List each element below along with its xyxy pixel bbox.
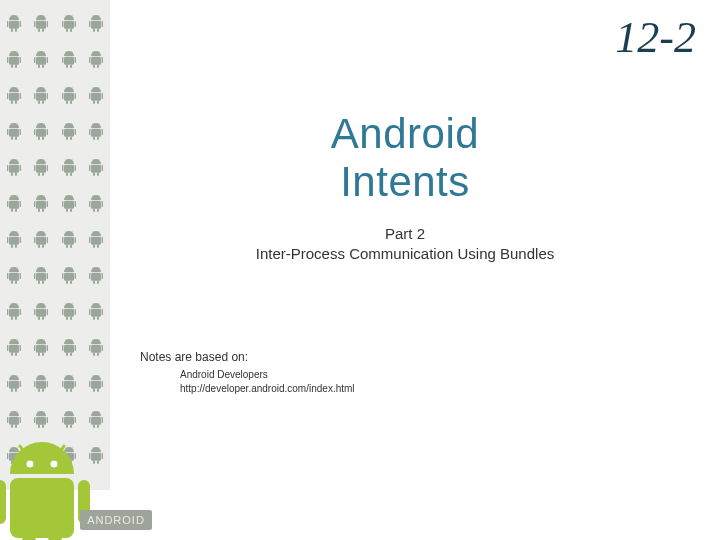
svg-rect-61 <box>11 100 13 104</box>
svg-rect-24 <box>89 21 90 27</box>
pattern-droid-icon <box>55 186 83 222</box>
svg-rect-242 <box>74 309 75 315</box>
svg-rect-233 <box>36 309 46 317</box>
svg-rect-108 <box>89 129 90 135</box>
pattern-droid-icon <box>55 402 83 438</box>
svg-rect-45 <box>62 57 63 63</box>
pattern-droid-icon <box>83 222 111 258</box>
pattern-droid-icon <box>55 222 83 258</box>
svg-rect-88 <box>19 129 20 135</box>
svg-rect-311 <box>7 417 8 423</box>
pattern-droid-icon <box>55 294 83 330</box>
pattern-droid-icon <box>55 42 83 78</box>
slide-subtitle: Part 2 Inter‑Process Communication Using… <box>110 224 700 265</box>
pattern-droid-icon <box>83 114 111 150</box>
svg-rect-248 <box>89 309 90 315</box>
svg-rect-314 <box>15 424 17 428</box>
svg-rect-32 <box>19 57 20 63</box>
pattern-droid-icon <box>28 78 56 114</box>
svg-rect-243 <box>66 316 68 320</box>
svg-rect-307 <box>97 388 99 392</box>
svg-rect-321 <box>42 424 44 428</box>
svg-rect-164 <box>89 201 90 207</box>
svg-rect-40 <box>38 64 40 68</box>
pattern-droid-icon <box>0 366 28 402</box>
svg-rect-173 <box>11 244 13 248</box>
svg-rect-69 <box>42 100 44 104</box>
svg-rect-304 <box>89 381 90 387</box>
svg-rect-285 <box>11 388 13 392</box>
svg-rect-177 <box>36 237 46 245</box>
svg-rect-67 <box>47 93 48 99</box>
svg-rect-296 <box>64 381 74 389</box>
svg-rect-159 <box>66 208 68 212</box>
pattern-droid-icon <box>0 258 28 294</box>
svg-rect-96 <box>38 136 40 140</box>
svg-rect-241 <box>62 309 63 315</box>
svg-rect-135 <box>91 165 101 173</box>
svg-rect-143 <box>7 201 8 207</box>
svg-rect-109 <box>102 129 103 135</box>
svg-rect-128 <box>64 165 74 173</box>
svg-rect-37 <box>36 57 46 65</box>
svg-rect-58 <box>9 93 19 101</box>
svg-rect-117 <box>11 172 13 176</box>
pattern-droid-icon <box>0 186 28 222</box>
subtitle-line-2: Inter‑Process Communication Using Bundle… <box>256 245 554 262</box>
svg-rect-251 <box>97 316 99 320</box>
svg-rect-185 <box>62 237 63 243</box>
svg-rect-153 <box>42 208 44 212</box>
pattern-droid-icon <box>28 294 56 330</box>
svg-rect-312 <box>19 417 20 423</box>
svg-rect-144 <box>19 201 20 207</box>
svg-rect-81 <box>102 93 103 99</box>
svg-rect-186 <box>74 237 75 243</box>
svg-text:ANDROID: ANDROID <box>87 514 145 526</box>
svg-rect-72 <box>64 93 74 101</box>
svg-rect-5 <box>11 28 13 32</box>
svg-rect-2 <box>9 21 19 29</box>
svg-rect-121 <box>36 165 46 173</box>
svg-rect-289 <box>36 381 46 389</box>
svg-rect-137 <box>102 165 103 171</box>
svg-rect-229 <box>11 316 13 320</box>
title-line-1: Android <box>331 110 479 157</box>
svg-rect-256 <box>19 345 20 351</box>
svg-rect-290 <box>34 381 35 387</box>
svg-rect-178 <box>34 237 35 243</box>
pattern-droid-icon <box>28 222 56 258</box>
svg-rect-165 <box>102 201 103 207</box>
title-line-2: Intents <box>340 158 470 205</box>
svg-rect-65 <box>36 93 46 101</box>
svg-rect-16 <box>64 21 74 29</box>
svg-rect-75 <box>66 100 68 104</box>
svg-rect-124 <box>38 172 40 176</box>
pattern-droid-icon <box>55 6 83 42</box>
svg-rect-25 <box>102 21 103 27</box>
svg-rect-200 <box>19 273 20 279</box>
svg-rect-101 <box>62 129 63 135</box>
svg-rect-275 <box>91 345 101 353</box>
svg-rect-195 <box>97 244 99 248</box>
svg-rect-4 <box>19 21 20 27</box>
svg-rect-298 <box>74 381 75 387</box>
pattern-droid-icon <box>28 6 56 42</box>
svg-rect-318 <box>34 417 35 423</box>
svg-rect-160 <box>70 208 72 212</box>
svg-rect-192 <box>89 237 90 243</box>
pattern-droid-icon <box>83 42 111 78</box>
svg-rect-83 <box>97 100 99 104</box>
svg-rect-103 <box>66 136 68 140</box>
svg-rect-174 <box>15 244 17 248</box>
pattern-droid-icon <box>55 78 83 114</box>
svg-rect-249 <box>102 309 103 315</box>
svg-rect-213 <box>62 273 63 279</box>
pattern-droid-icon <box>55 366 83 402</box>
slide-title: Android Intents <box>110 110 700 207</box>
svg-rect-299 <box>66 388 68 392</box>
svg-rect-334 <box>93 424 95 428</box>
pattern-droid-icon <box>28 114 56 150</box>
svg-rect-146 <box>15 208 17 212</box>
svg-rect-150 <box>34 201 35 207</box>
pattern-droid-icon <box>0 222 28 258</box>
